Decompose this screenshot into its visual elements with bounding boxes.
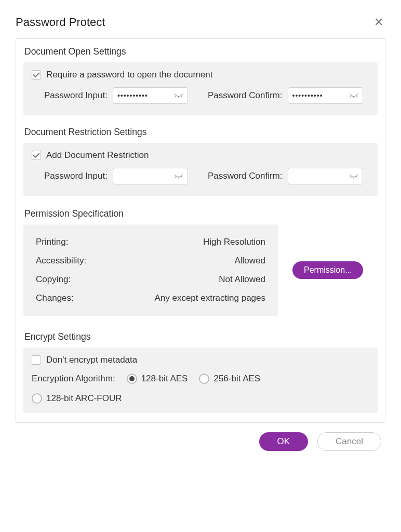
permission-section: Printing: High Resolution Accessibility:…: [23, 224, 378, 316]
open-password-confirm[interactable]: ••••••••••: [288, 87, 363, 104]
encryption-algorithm-row: Encryption Algorithm: 128-bit AES 256-bi…: [32, 374, 369, 384]
radio-label: 128-bit AES: [141, 374, 188, 384]
permission-table: Printing: High Resolution Accessibility:…: [23, 224, 278, 316]
dialog-footer: OK Cancel: [16, 423, 385, 451]
password-protect-dialog: Password Protect ✕ Document Open Setting…: [0, 0, 401, 461]
eye-closed-icon[interactable]: [174, 174, 183, 179]
open-password-confirm-value: ••••••••••: [292, 91, 323, 100]
permission-row-copying: Copying: Not Allowed: [36, 270, 265, 289]
permission-value: Not Allowed: [219, 274, 265, 285]
encryption-algorithm-row-2: 128-bit ARC-FOUR: [32, 393, 369, 404]
radio-label: 128-bit ARC-FOUR: [46, 393, 122, 404]
add-restriction-row: Add Document Restriction: [32, 150, 369, 161]
restriction-settings-title: Document Restriction Settings: [24, 127, 378, 138]
eye-closed-icon[interactable]: [174, 93, 183, 98]
permission-button[interactable]: Permission...: [292, 261, 363, 279]
radio-icon: [127, 374, 137, 384]
permission-value: Allowed: [234, 256, 265, 266]
radio-256-aes[interactable]: 256-bit AES: [199, 374, 260, 384]
require-password-row: Require a password to open the document: [32, 70, 369, 80]
permission-row-accessibility: Accessibility: Allowed: [36, 251, 265, 270]
add-restriction-label: Add Document Restriction: [46, 150, 149, 161]
permission-row-printing: Printing: High Resolution: [36, 233, 265, 251]
permission-key: Accessibility:: [36, 256, 86, 266]
encryption-algorithm-label: Encryption Algorithm:: [32, 374, 115, 384]
encrypt-group: Don't encrypt metadata Encryption Algori…: [23, 348, 378, 413]
open-password-input[interactable]: ••••••••••: [113, 87, 188, 104]
permission-title: Permission Specification: [24, 208, 378, 219]
restriction-password-confirm-label: Password Confirm:: [208, 171, 283, 181]
restriction-password-input-label: Password Input:: [44, 171, 108, 181]
permission-key: Copying:: [36, 274, 71, 285]
open-password-input-value: ••••••••••: [117, 91, 148, 100]
permission-row-changes: Changes: Any except extracting pages: [36, 289, 265, 308]
permission-value: High Resolution: [203, 237, 265, 247]
open-settings-title: Document Open Settings: [24, 46, 378, 57]
close-icon: ✕: [374, 16, 383, 29]
restriction-password-confirm[interactable]: [288, 168, 363, 184]
eye-closed-icon[interactable]: [349, 93, 358, 98]
require-password-label: Require a password to open the document: [46, 70, 212, 80]
dont-encrypt-row: Don't encrypt metadata: [32, 355, 369, 365]
permission-key: Printing:: [36, 237, 68, 247]
restriction-settings-group: Add Document Restriction Password Input:…: [23, 143, 378, 196]
add-restriction-checkbox[interactable]: [32, 151, 41, 160]
permission-key: Changes:: [36, 293, 74, 303]
dialog-header: Password Protect ✕: [16, 10, 385, 38]
dialog-title: Password Protect: [16, 16, 105, 29]
open-settings-group: Require a password to open the document …: [23, 62, 378, 115]
restriction-password-input[interactable]: [113, 168, 188, 184]
close-button[interactable]: ✕: [372, 15, 385, 30]
ok-button[interactable]: OK: [259, 432, 309, 451]
dont-encrypt-label: Don't encrypt metadata: [46, 355, 137, 365]
encrypt-title: Encrypt Settings: [24, 331, 378, 342]
cancel-button[interactable]: Cancel: [317, 432, 381, 451]
radio-label: 256-bit AES: [213, 374, 260, 384]
open-password-row: Password Input: •••••••••• Password Conf…: [32, 87, 369, 104]
dialog-panel: Document Open Settings Require a passwor…: [16, 38, 385, 423]
open-password-confirm-label: Password Confirm:: [208, 90, 283, 101]
require-password-checkbox[interactable]: [32, 70, 41, 79]
permission-value: Any except extracting pages: [154, 293, 265, 303]
radio-128-arcfour[interactable]: 128-bit ARC-FOUR: [32, 393, 122, 404]
eye-closed-icon[interactable]: [349, 174, 358, 179]
radio-128-aes[interactable]: 128-bit AES: [127, 374, 188, 384]
dont-encrypt-checkbox[interactable]: [32, 355, 41, 365]
radio-icon: [32, 393, 42, 404]
open-password-input-label: Password Input:: [44, 90, 108, 101]
radio-icon: [199, 374, 209, 384]
restriction-password-row: Password Input: Password Confirm:: [32, 168, 369, 184]
